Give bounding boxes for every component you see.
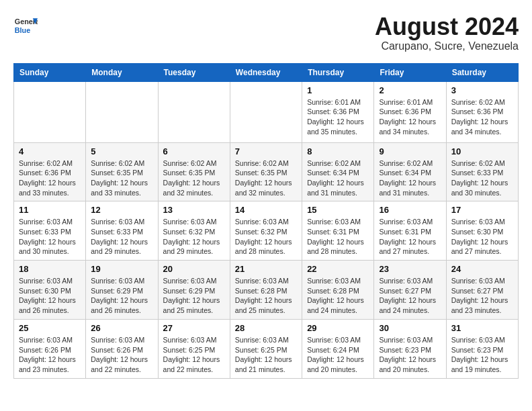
table-row xyxy=(158,81,230,142)
day-info: Sunrise: 6:03 AMSunset: 6:29 PMDaylight:… xyxy=(91,276,152,316)
day-number: 24 xyxy=(451,264,513,274)
day-number: 18 xyxy=(19,264,81,274)
day-number: 31 xyxy=(451,323,513,333)
day-info: Sunrise: 6:03 AMSunset: 6:32 PMDaylight:… xyxy=(163,217,225,257)
day-info: Sunrise: 6:03 AMSunset: 6:30 PMDaylight:… xyxy=(451,217,513,257)
table-row: 1Sunrise: 6:01 AMSunset: 6:36 PMDaylight… xyxy=(302,81,374,142)
logo-icon: General Blue xyxy=(13,13,38,38)
table-row: 11Sunrise: 6:03 AMSunset: 6:33 PMDayligh… xyxy=(14,201,86,261)
header-wednesday: Wednesday xyxy=(230,63,302,81)
table-row: 23Sunrise: 6:03 AMSunset: 6:27 PMDayligh… xyxy=(374,261,446,320)
calendar-table: Sunday Monday Tuesday Wednesday Thursday… xyxy=(13,63,519,379)
table-row: 14Sunrise: 6:03 AMSunset: 6:32 PMDayligh… xyxy=(230,201,302,261)
svg-text:Blue: Blue xyxy=(15,26,30,34)
day-info: Sunrise: 6:03 AMSunset: 6:28 PMDaylight:… xyxy=(307,276,369,316)
day-info: Sunrise: 6:02 AMSunset: 6:35 PMDaylight:… xyxy=(91,158,152,198)
day-info: Sunrise: 6:03 AMSunset: 6:27 PMDaylight:… xyxy=(451,276,513,316)
table-row: 28Sunrise: 6:03 AMSunset: 6:25 PMDayligh… xyxy=(230,319,302,378)
table-row: 2Sunrise: 6:01 AMSunset: 6:36 PMDaylight… xyxy=(374,81,446,142)
table-row: 4Sunrise: 6:02 AMSunset: 6:36 PMDaylight… xyxy=(14,142,86,201)
day-number: 8 xyxy=(307,146,369,156)
header-thursday: Thursday xyxy=(302,63,374,81)
day-info: Sunrise: 6:03 AMSunset: 6:24 PMDaylight:… xyxy=(307,335,369,375)
day-info: Sunrise: 6:03 AMSunset: 6:25 PMDaylight:… xyxy=(163,335,225,375)
header-friday: Friday xyxy=(374,63,446,81)
table-row: 26Sunrise: 6:03 AMSunset: 6:26 PMDayligh… xyxy=(86,319,158,378)
calendar-week-row: 1Sunrise: 6:01 AMSunset: 6:36 PMDaylight… xyxy=(14,81,519,142)
table-row: 12Sunrise: 6:03 AMSunset: 6:33 PMDayligh… xyxy=(86,201,158,261)
table-row: 5Sunrise: 6:02 AMSunset: 6:35 PMDaylight… xyxy=(86,142,158,201)
day-info: Sunrise: 6:03 AMSunset: 6:33 PMDaylight:… xyxy=(19,217,81,257)
header-sunday: Sunday xyxy=(14,63,86,81)
day-info: Sunrise: 6:02 AMSunset: 6:36 PMDaylight:… xyxy=(19,158,81,198)
table-row: 20Sunrise: 6:03 AMSunset: 6:29 PMDayligh… xyxy=(158,261,230,320)
day-number: 20 xyxy=(163,264,225,274)
table-row: 31Sunrise: 6:03 AMSunset: 6:23 PMDayligh… xyxy=(446,319,518,378)
table-row: 13Sunrise: 6:03 AMSunset: 6:32 PMDayligh… xyxy=(158,201,230,261)
day-number: 13 xyxy=(163,205,225,215)
table-row: 18Sunrise: 6:03 AMSunset: 6:30 PMDayligh… xyxy=(14,261,86,320)
day-info: Sunrise: 6:02 AMSunset: 6:35 PMDaylight:… xyxy=(235,158,297,198)
day-number: 7 xyxy=(235,146,297,156)
table-row: 8Sunrise: 6:02 AMSunset: 6:34 PMDaylight… xyxy=(302,142,374,201)
page-title: August 2024 xyxy=(375,13,519,40)
day-info: Sunrise: 6:03 AMSunset: 6:26 PMDaylight:… xyxy=(91,335,152,375)
calendar-week-row: 18Sunrise: 6:03 AMSunset: 6:30 PMDayligh… xyxy=(14,261,519,320)
day-number: 16 xyxy=(379,205,441,215)
table-row: 21Sunrise: 6:03 AMSunset: 6:28 PMDayligh… xyxy=(230,261,302,320)
table-row xyxy=(86,81,158,142)
day-info: Sunrise: 6:01 AMSunset: 6:36 PMDaylight:… xyxy=(307,97,369,137)
day-number: 15 xyxy=(307,205,369,215)
day-number: 27 xyxy=(163,323,225,333)
day-number: 21 xyxy=(235,264,297,274)
day-number: 23 xyxy=(379,264,441,274)
day-number: 9 xyxy=(379,146,441,156)
table-row xyxy=(14,81,86,142)
day-info: Sunrise: 6:03 AMSunset: 6:26 PMDaylight:… xyxy=(19,335,81,375)
day-number: 12 xyxy=(91,205,152,215)
day-number: 25 xyxy=(19,323,81,333)
day-info: Sunrise: 6:03 AMSunset: 6:33 PMDaylight:… xyxy=(91,217,152,257)
day-number: 2 xyxy=(379,85,441,95)
table-row: 29Sunrise: 6:03 AMSunset: 6:24 PMDayligh… xyxy=(302,319,374,378)
day-info: Sunrise: 6:03 AMSunset: 6:23 PMDaylight:… xyxy=(379,335,441,375)
table-row: 25Sunrise: 6:03 AMSunset: 6:26 PMDayligh… xyxy=(14,319,86,378)
day-number: 17 xyxy=(451,205,513,215)
table-row: 19Sunrise: 6:03 AMSunset: 6:29 PMDayligh… xyxy=(86,261,158,320)
page-subtitle: Carupano, Sucre, Venezuela xyxy=(375,40,519,52)
calendar-header-row: Sunday Monday Tuesday Wednesday Thursday… xyxy=(14,63,519,81)
day-info: Sunrise: 6:02 AMSunset: 6:34 PMDaylight:… xyxy=(379,158,441,198)
table-row: 22Sunrise: 6:03 AMSunset: 6:28 PMDayligh… xyxy=(302,261,374,320)
header-monday: Monday xyxy=(86,63,158,81)
calendar-week-row: 4Sunrise: 6:02 AMSunset: 6:36 PMDaylight… xyxy=(14,142,519,201)
day-number: 1 xyxy=(307,85,369,95)
table-row: 17Sunrise: 6:03 AMSunset: 6:30 PMDayligh… xyxy=(446,201,518,261)
table-row: 30Sunrise: 6:03 AMSunset: 6:23 PMDayligh… xyxy=(374,319,446,378)
header-tuesday: Tuesday xyxy=(158,63,230,81)
day-number: 11 xyxy=(19,205,81,215)
logo: General Blue xyxy=(13,13,38,38)
table-row: 10Sunrise: 6:02 AMSunset: 6:33 PMDayligh… xyxy=(446,142,518,201)
day-info: Sunrise: 6:02 AMSunset: 6:35 PMDaylight:… xyxy=(163,158,225,198)
day-info: Sunrise: 6:03 AMSunset: 6:30 PMDaylight:… xyxy=(19,276,81,316)
calendar-week-row: 11Sunrise: 6:03 AMSunset: 6:33 PMDayligh… xyxy=(14,201,519,261)
table-row: 9Sunrise: 6:02 AMSunset: 6:34 PMDaylight… xyxy=(374,142,446,201)
table-row xyxy=(230,81,302,142)
day-info: Sunrise: 6:02 AMSunset: 6:33 PMDaylight:… xyxy=(451,158,513,198)
day-number: 6 xyxy=(163,146,225,156)
table-row: 24Sunrise: 6:03 AMSunset: 6:27 PMDayligh… xyxy=(446,261,518,320)
day-number: 3 xyxy=(451,85,513,95)
day-info: Sunrise: 6:01 AMSunset: 6:36 PMDaylight:… xyxy=(379,97,441,137)
table-row: 16Sunrise: 6:03 AMSunset: 6:31 PMDayligh… xyxy=(374,201,446,261)
day-info: Sunrise: 6:02 AMSunset: 6:34 PMDaylight:… xyxy=(307,158,369,198)
day-number: 22 xyxy=(307,264,369,274)
day-number: 29 xyxy=(307,323,369,333)
table-row: 3Sunrise: 6:02 AMSunset: 6:36 PMDaylight… xyxy=(446,81,518,142)
day-info: Sunrise: 6:03 AMSunset: 6:23 PMDaylight:… xyxy=(451,335,513,375)
table-row: 15Sunrise: 6:03 AMSunset: 6:31 PMDayligh… xyxy=(302,201,374,261)
day-info: Sunrise: 6:03 AMSunset: 6:29 PMDaylight:… xyxy=(163,276,225,316)
day-number: 14 xyxy=(235,205,297,215)
title-block: August 2024 Carupano, Sucre, Venezuela xyxy=(375,13,519,52)
table-row: 7Sunrise: 6:02 AMSunset: 6:35 PMDaylight… xyxy=(230,142,302,201)
day-info: Sunrise: 6:03 AMSunset: 6:31 PMDaylight:… xyxy=(379,217,441,257)
